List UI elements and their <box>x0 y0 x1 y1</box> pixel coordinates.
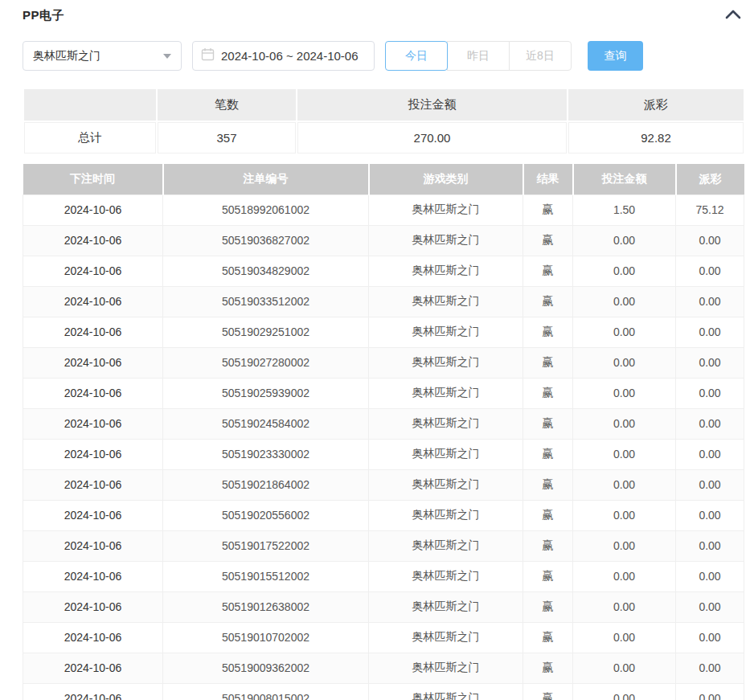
cell-payout: 0.00 <box>676 622 744 653</box>
cell-bet-time: 2024-10-06 <box>23 683 163 700</box>
cell-bet-number: 50519036827002 <box>163 225 369 256</box>
cell-payout: 0.00 <box>676 408 744 439</box>
cell-payout: 0.00 <box>676 653 744 683</box>
cell-bet-amount: 0.00 <box>573 439 676 469</box>
cell-bet-amount: 0.00 <box>573 225 676 256</box>
table-row: 2024-10-06 50519025939002 奥林匹斯之门 赢 0.00 … <box>23 378 744 408</box>
pp-electronic-panel: PP电子 奥林匹斯之门 2024-10-06 ~ 2024-10-06 <box>0 0 750 700</box>
cell-bet-number: 50519009362002 <box>163 653 369 683</box>
cell-game-category: 奥林匹斯之门 <box>369 256 523 286</box>
cell-payout: 75.12 <box>676 194 744 225</box>
cell-game-category: 奥林匹斯之门 <box>369 500 523 530</box>
cell-bet-amount: 0.00 <box>573 347 676 378</box>
cell-result: 赢 <box>523 683 573 700</box>
cell-payout: 0.00 <box>676 500 744 530</box>
summary-total-bet-amount: 270.00 <box>297 122 567 154</box>
cell-result: 赢 <box>523 561 573 592</box>
cell-bet-time: 2024-10-06 <box>23 439 163 469</box>
cell-game-category: 奥林匹斯之门 <box>369 683 523 700</box>
col-header-game-category: 游戏类别 <box>369 164 523 194</box>
table-row: 2024-10-06 50519015512002 奥林匹斯之门 赢 0.00 … <box>23 561 744 592</box>
game-select[interactable]: 奥林匹斯之门 <box>23 41 182 71</box>
summary-total-payout: 92.82 <box>568 122 744 154</box>
cell-result: 赢 <box>523 622 573 653</box>
quick-range-yesterday-button[interactable]: 昨日 <box>447 41 510 71</box>
cell-bet-number: 50519010702002 <box>163 622 369 653</box>
cell-bet-time: 2024-10-06 <box>23 347 163 378</box>
cell-bet-time: 2024-10-06 <box>23 286 163 317</box>
table-row: 2024-10-06 50519021864002 奥林匹斯之门 赢 0.00 … <box>23 469 744 500</box>
cell-bet-number: 50519025939002 <box>163 378 369 408</box>
cell-bet-amount: 0.00 <box>573 469 676 500</box>
collapse-panel-button[interactable] <box>723 6 744 24</box>
cell-game-category: 奥林匹斯之门 <box>369 622 523 653</box>
date-range-input[interactable]: 2024-10-06 ~ 2024-10-06 <box>192 41 375 71</box>
cell-bet-number: 50519015512002 <box>163 561 369 592</box>
table-row: 2024-10-06 50519033512002 奥林匹斯之门 赢 0.00 … <box>23 286 744 317</box>
cell-result: 赢 <box>523 653 573 683</box>
cell-bet-amount: 0.00 <box>573 500 676 530</box>
summary-header-bet-amount: 投注金额 <box>297 89 567 121</box>
cell-result: 赢 <box>523 317 573 347</box>
cell-bet-time: 2024-10-06 <box>23 194 163 225</box>
cell-bet-amount: 0.00 <box>573 653 676 683</box>
table-row: 2024-10-06 50519034829002 奥林匹斯之门 赢 0.00 … <box>23 256 744 286</box>
table-row: 2024-10-06 50519029251002 奥林匹斯之门 赢 0.00 … <box>23 317 744 347</box>
cell-game-category: 奥林匹斯之门 <box>369 561 523 592</box>
cell-payout: 0.00 <box>676 256 744 286</box>
cell-bet-amount: 0.00 <box>573 378 676 408</box>
cell-game-category: 奥林匹斯之门 <box>369 286 523 317</box>
cell-bet-number: 50519029251002 <box>163 317 369 347</box>
cell-bet-time: 2024-10-06 <box>23 408 163 439</box>
cell-bet-amount: 0.00 <box>573 256 676 286</box>
cell-bet-amount: 0.00 <box>573 622 676 653</box>
cell-bet-time: 2024-10-06 <box>23 592 163 622</box>
summary-header-empty <box>24 89 156 121</box>
cell-payout: 0.00 <box>676 592 744 622</box>
cell-bet-amount: 0.00 <box>573 561 676 592</box>
summary-header-count: 笔数 <box>158 89 296 121</box>
cell-bet-amount: 0.00 <box>573 683 676 700</box>
caret-down-icon <box>163 54 171 59</box>
cell-bet-amount: 0.00 <box>573 530 676 561</box>
summary-header-payout: 派彩 <box>568 89 744 121</box>
filter-bar: 奥林匹斯之门 2024-10-06 ~ 2024-10-06 今日 昨日 近8日… <box>23 41 744 71</box>
cell-bet-number: 50519008015002 <box>163 683 369 700</box>
cell-bet-time: 2024-10-06 <box>23 256 163 286</box>
cell-result: 赢 <box>523 530 573 561</box>
chevron-up-icon <box>724 9 742 23</box>
cell-payout: 0.00 <box>676 530 744 561</box>
cell-bet-number: 50518992061002 <box>163 194 369 225</box>
cell-bet-time: 2024-10-06 <box>23 378 163 408</box>
summary-header-row: 笔数 投注金额 派彩 <box>24 89 744 121</box>
cell-game-category: 奥林匹斯之门 <box>369 439 523 469</box>
table-row: 2024-10-06 50519020556002 奥林匹斯之门 赢 0.00 … <box>23 500 744 530</box>
table-row: 2024-10-06 50519024584002 奥林匹斯之门 赢 0.00 … <box>23 408 744 439</box>
cell-bet-amount: 0.00 <box>573 317 676 347</box>
cell-bet-number: 50519033512002 <box>163 286 369 317</box>
cell-bet-amount: 1.50 <box>573 194 676 225</box>
cell-payout: 0.00 <box>676 286 744 317</box>
quick-range-8days-button[interactable]: 近8日 <box>509 41 572 71</box>
cell-bet-time: 2024-10-06 <box>23 317 163 347</box>
cell-bet-time: 2024-10-06 <box>23 500 163 530</box>
calendar-icon <box>201 47 215 64</box>
cell-bet-number: 50519027280002 <box>163 347 369 378</box>
table-row: 2024-10-06 50519008015002 奥林匹斯之门 赢 0.00 … <box>23 683 744 700</box>
summary-total-row: 总计 357 270.00 92.82 <box>24 122 744 154</box>
cell-payout: 0.00 <box>676 439 744 469</box>
quick-range-today-button[interactable]: 今日 <box>385 41 448 71</box>
summary-total-label: 总计 <box>24 122 156 154</box>
query-button[interactable]: 查询 <box>588 41 643 71</box>
table-row: 2024-10-06 50518992061002 奥林匹斯之门 赢 1.50 … <box>23 194 744 225</box>
bet-table-header-row: 下注时间 注单编号 游戏类别 结果 投注金额 派彩 <box>23 164 744 194</box>
cell-bet-number: 50519034829002 <box>163 256 369 286</box>
game-select-value: 奥林匹斯之门 <box>33 49 100 63</box>
summary-table: 笔数 投注金额 派彩 总计 357 270.00 92.82 <box>23 88 745 155</box>
cell-bet-time: 2024-10-06 <box>23 469 163 500</box>
summary-total-count: 357 <box>158 122 296 154</box>
table-row: 2024-10-06 50519009362002 奥林匹斯之门 赢 0.00 … <box>23 653 744 683</box>
quick-range-group: 今日 昨日 近8日 <box>385 41 572 71</box>
cell-result: 赢 <box>523 408 573 439</box>
cell-bet-number: 50519012638002 <box>163 592 369 622</box>
